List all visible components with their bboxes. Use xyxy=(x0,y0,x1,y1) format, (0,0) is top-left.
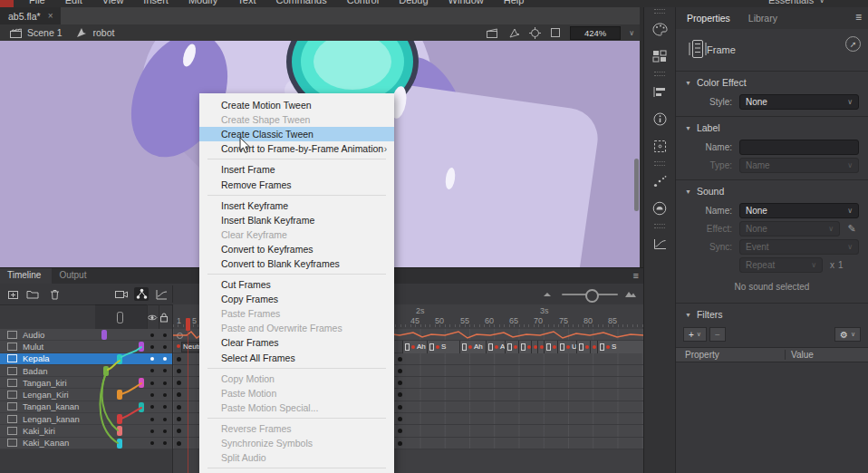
menu-item-convert-frame-by-frame[interactable]: Convert to Frame-by-Frame Animation › xyxy=(199,141,394,156)
section-header-sound[interactable]: ▼ Sound xyxy=(676,180,868,200)
panel-menu-icon[interactable]: ≡ xyxy=(633,270,639,281)
lock-dot[interactable] xyxy=(163,357,167,361)
breadcrumb-scene[interactable]: Scene 1 xyxy=(27,27,63,38)
layer-row-mulut[interactable]: Mulut xyxy=(0,341,172,352)
menu-item-convert-to-keyframes[interactable]: Convert to Keyframes xyxy=(199,242,394,256)
visibility-dot[interactable] xyxy=(150,381,154,385)
menu-item-insert-blank-keyframe[interactable]: Insert Blank Keyframe xyxy=(199,213,394,227)
tab-library[interactable]: Library xyxy=(748,13,777,24)
transform-icon[interactable] xyxy=(651,138,669,154)
parent-marker[interactable] xyxy=(101,330,107,340)
style-dropdown[interactable]: None ∨ xyxy=(739,94,859,110)
layer-row-kaki-kanan[interactable]: Kaki_Kanan xyxy=(0,438,172,449)
lock-dot[interactable] xyxy=(163,441,167,445)
close-icon[interactable]: × xyxy=(48,11,53,21)
section-header-color-effect[interactable]: ▼ Color Effect xyxy=(676,72,868,92)
parent-marker[interactable] xyxy=(117,414,122,424)
lock-dot[interactable] xyxy=(163,393,167,397)
parent-marker[interactable] xyxy=(139,378,144,388)
parent-marker[interactable] xyxy=(139,402,144,412)
layer-row-audio[interactable]: Audio xyxy=(0,329,172,341)
lock-dot[interactable] xyxy=(163,369,167,372)
menu-item-select-all-frames[interactable]: Select All Frames xyxy=(199,351,394,365)
menu-item-insert-frame[interactable]: Insert Frame xyxy=(199,162,394,177)
edit-sound-envelope-icon[interactable]: ✎ xyxy=(844,222,859,236)
menu-item-insert-keyframe[interactable]: Insert Keyframe xyxy=(199,198,394,213)
menu-commands[interactable]: Commands xyxy=(265,0,336,5)
history-graph-icon[interactable] xyxy=(651,236,669,252)
new-folder-button[interactable] xyxy=(25,287,40,301)
lock-dot[interactable] xyxy=(163,405,167,409)
dock-handle[interactable] xyxy=(654,161,665,166)
menu-modify[interactable]: Modify xyxy=(178,0,227,5)
layer-parenting-button[interactable] xyxy=(134,287,149,301)
stage-vertical-scrollbar[interactable] xyxy=(634,159,639,211)
menu-item-remove-frames[interactable]: Remove Frames xyxy=(199,177,394,191)
visibility-dot[interactable] xyxy=(150,369,154,372)
layer-depth-button[interactable] xyxy=(154,287,169,301)
lock-dot[interactable] xyxy=(163,345,167,349)
tab-output[interactable]: Output xyxy=(52,268,97,284)
menu-view[interactable]: View xyxy=(92,0,134,5)
layer-row-lengan-kiri[interactable]: Lengan_Kiri xyxy=(0,389,172,401)
zoom-out-timeline-icon[interactable] xyxy=(540,287,555,301)
timeline-zoom-knob[interactable] xyxy=(585,289,599,303)
visibility-dot[interactable] xyxy=(150,441,154,445)
workspace-switcher[interactable]: Essentials ∨ xyxy=(768,0,825,5)
menu-help[interactable]: Help xyxy=(494,0,535,5)
lock-dot[interactable] xyxy=(163,430,167,433)
menu-text[interactable]: Text xyxy=(227,0,265,5)
clip-content-icon[interactable] xyxy=(549,27,562,38)
tab-properties[interactable]: Properties xyxy=(687,13,730,24)
tab-timeline[interactable]: Timeline xyxy=(0,268,52,284)
motion-presets-icon[interactable] xyxy=(651,173,669,189)
edit-symbols-icon[interactable] xyxy=(507,27,520,38)
swatches-icon[interactable] xyxy=(651,48,669,64)
edit-scene-icon[interactable] xyxy=(487,27,499,38)
section-header-label[interactable]: ▼ Label xyxy=(676,117,868,137)
visibility-dot[interactable] xyxy=(150,418,154,421)
center-frame-icon[interactable] xyxy=(528,27,541,38)
lock-icon[interactable] xyxy=(159,313,169,323)
visibility-dot[interactable] xyxy=(150,430,154,433)
share-icon[interactable]: ➚ xyxy=(845,36,861,52)
remove-filter-button[interactable]: − xyxy=(709,327,726,342)
layer-row-kepala[interactable]: Kepala xyxy=(0,353,172,365)
cc-libraries-icon[interactable] xyxy=(651,200,669,217)
stage-zoom-input[interactable]: 424% xyxy=(570,26,621,40)
visibility-dot[interactable] xyxy=(150,333,154,337)
layer-row-kaki-kiri[interactable]: Kaki_kiri xyxy=(0,425,172,437)
document-tab[interactable]: ab5.fla* × xyxy=(0,7,61,24)
zoom-chevron-icon[interactable]: ∨ xyxy=(629,29,634,37)
menu-control[interactable]: Control xyxy=(337,0,389,5)
delete-layer-button[interactable] xyxy=(47,287,62,301)
layer-row-tangan-kanan[interactable]: Tangan_kanan xyxy=(0,401,172,413)
parent-marker[interactable] xyxy=(117,426,122,436)
menu-item-create-classic-tween[interactable]: Create Classic Tween xyxy=(199,127,394,141)
dock-handle[interactable] xyxy=(654,72,665,76)
sound-name-dropdown[interactable]: None ∨ xyxy=(739,203,859,218)
dock-handle[interactable] xyxy=(654,9,665,14)
visibility-dot[interactable] xyxy=(150,405,154,409)
layer-row-lengan-kanan[interactable]: Lengan_kanan xyxy=(0,413,172,425)
menu-window[interactable]: Window xyxy=(439,0,494,5)
lock-dot[interactable] xyxy=(163,333,167,337)
color-palette-icon[interactable] xyxy=(651,21,669,37)
playhead[interactable] xyxy=(186,318,190,331)
menu-item-copy-frames[interactable]: Copy Frames xyxy=(199,292,394,306)
dock-handle[interactable] xyxy=(654,224,665,228)
menu-item-convert-to-blank-keyframes[interactable]: Convert to Blank Keyframes xyxy=(199,256,394,271)
menu-item-create-motion-tween[interactable]: Create Motion Tween xyxy=(199,98,394,112)
new-layer-button[interactable] xyxy=(5,287,20,301)
breadcrumb-symbol[interactable]: robot xyxy=(93,27,115,38)
info-icon[interactable] xyxy=(651,111,669,127)
lock-dot[interactable] xyxy=(163,418,167,421)
menu-item-clear-frames[interactable]: Clear Frames xyxy=(199,335,394,350)
panel-menu-icon[interactable]: ≡ xyxy=(855,11,862,24)
parent-marker[interactable] xyxy=(117,439,122,449)
parent-marker[interactable] xyxy=(117,354,122,364)
parent-marker[interactable] xyxy=(117,390,122,400)
align-icon[interactable] xyxy=(651,83,669,100)
visibility-dot[interactable] xyxy=(150,357,154,361)
label-name-input[interactable] xyxy=(739,140,859,155)
